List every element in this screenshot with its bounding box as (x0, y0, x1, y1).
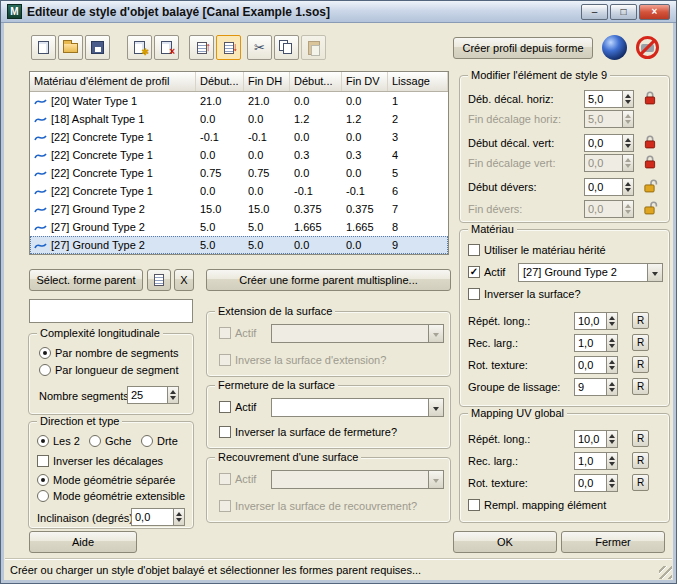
radio-extensible-geometry[interactable]: Mode géométrie extensible (37, 490, 185, 502)
spinner-field[interactable] (585, 111, 622, 127)
minimize-button[interactable]: – (581, 4, 608, 20)
spinner-field[interactable] (585, 201, 622, 217)
extension-surface-combo[interactable] (271, 324, 444, 343)
header-deb-dv[interactable]: Début... (290, 72, 342, 91)
header-fin-dv[interactable]: Fin DV (342, 72, 388, 91)
end-offset-vert-spinner[interactable] (584, 154, 634, 172)
invert-extension-checkbox[interactable]: Inverse la surface d'extension? (219, 354, 386, 366)
closure-active-checkbox[interactable]: Actif (219, 401, 256, 413)
spinner-arrows-icon[interactable] (622, 155, 633, 171)
spinner-arrows-icon[interactable] (606, 431, 617, 447)
spinner-field[interactable] (585, 155, 622, 171)
spinner-arrows-icon[interactable] (606, 357, 617, 373)
reset-uv-repeat-button[interactable]: R (632, 430, 649, 447)
save-style-button[interactable] (85, 35, 110, 60)
radio-separate-geometry[interactable]: Mode géométrie séparée (37, 474, 175, 486)
spinner-field[interactable] (132, 509, 173, 525)
closure-surface-combo[interactable] (271, 398, 444, 417)
spinner-field[interactable] (575, 453, 606, 469)
new-element-button[interactable]: ✱ (127, 35, 152, 60)
uv-repeat-long-spinner[interactable] (574, 430, 618, 448)
invert-surface-checkbox[interactable]: Inverser la surface? (468, 288, 581, 300)
reset-smoothing-group-button[interactable]: R (632, 378, 649, 395)
spinner-arrows-icon[interactable] (606, 335, 617, 351)
spinner-arrows-icon[interactable] (622, 179, 633, 195)
title-bar[interactable]: M Editeur de style d'objet balayé [Canal… (1, 1, 676, 23)
invert-offsets-checkbox[interactable]: Inverser les décalages (37, 455, 163, 467)
spinner-arrows-icon[interactable] (622, 135, 633, 151)
resize-grip[interactable] (659, 566, 672, 579)
radio-right[interactable]: Drte (141, 435, 178, 447)
spinner-arrows-icon[interactable] (606, 475, 617, 491)
spinner-field[interactable] (575, 431, 606, 447)
close-button[interactable]: × (639, 4, 670, 20)
spinner-field[interactable] (128, 387, 167, 403)
spinner-arrows-icon[interactable] (622, 91, 633, 107)
lock-open-icon[interactable] (644, 179, 658, 193)
lock-closed-icon[interactable] (644, 135, 658, 149)
header-material[interactable]: Matériau d'élément de profil (30, 72, 196, 91)
material-combo[interactable]: [27] Ground Type 2 (518, 263, 663, 282)
replace-element-mapping-checkbox[interactable]: Rempl. mapping élément (468, 499, 606, 511)
material-sphere-icon[interactable] (602, 35, 627, 60)
table-row[interactable]: [22] Concrete Type 1 0.75 0.75 0.0 0.0 5 (30, 164, 448, 182)
invert-closure-checkbox[interactable]: Inverser la surface de fermeture? (219, 426, 397, 438)
overlay-surface-combo[interactable] (271, 470, 444, 489)
cut-button[interactable]: ✂ (247, 35, 272, 60)
parent-shape-name-field[interactable] (29, 299, 193, 323)
reset-rot-texture-button[interactable]: R (632, 356, 649, 373)
table-row[interactable]: [20] Water Type 1 21.0 21.0 0.0 0.0 1 (30, 92, 448, 110)
spinner-arrows-icon[interactable] (622, 111, 633, 127)
move-element-up-button[interactable]: ↑ (189, 35, 214, 60)
table-row-selected[interactable]: [27] Ground Type 2 5.0 5.0 0.0 0.0 9 (30, 236, 448, 254)
spinner-field[interactable] (585, 135, 622, 151)
select-parent-shape-button[interactable]: Sélect. forme parent (29, 269, 143, 291)
radio-left[interactable]: Gche (89, 435, 131, 447)
table-row[interactable]: [22] Concrete Type 1 0.0 0.0 0.3 0.3 4 (30, 146, 448, 164)
smoothing-group-spinner[interactable] (574, 378, 618, 396)
start-offset-vert-spinner[interactable] (584, 134, 634, 152)
use-inherited-material-checkbox[interactable]: Utiliser le matériau hérité (468, 244, 606, 256)
table-row[interactable]: [22] Concrete Type 1 -0.1 -0.1 0.0 0.0 3 (30, 128, 448, 146)
inclination-spinner[interactable] (131, 508, 185, 526)
delete-element-button[interactable]: × (154, 35, 179, 60)
chevron-down-icon[interactable] (428, 325, 443, 342)
spinner-field[interactable] (575, 475, 606, 491)
ok-button[interactable]: OK (453, 531, 557, 553)
reset-rec-width-button[interactable]: R (632, 334, 649, 351)
radio-by-segment-count[interactable]: Par nombre de segments (39, 347, 179, 359)
reset-uv-rec-width-button[interactable]: R (632, 452, 649, 469)
spinner-field[interactable] (575, 379, 606, 395)
rec-width-spinner[interactable] (574, 334, 618, 352)
help-button[interactable]: Aide (29, 531, 137, 553)
table-row[interactable]: [27] Ground Type 2 15.0 15.0 0.375 0.375… (30, 200, 448, 218)
reset-repeat-long-button[interactable]: R (632, 312, 649, 329)
repeat-long-spinner[interactable] (574, 312, 618, 330)
paste-button[interactable] (301, 35, 326, 60)
start-offset-horiz-spinner[interactable] (584, 90, 634, 108)
header-lissage[interactable]: Lissage (388, 72, 448, 91)
segment-count-spinner[interactable] (127, 386, 179, 404)
move-element-down-button[interactable]: ↓ (216, 35, 241, 60)
chevron-down-icon[interactable] (647, 264, 662, 281)
spinner-field[interactable] (575, 313, 606, 329)
table-row[interactable]: [27] Ground Type 2 5.0 5.0 1.665 1.665 8 (30, 218, 448, 236)
end-camber-spinner[interactable] (584, 200, 634, 218)
spinner-arrows-icon[interactable] (173, 509, 184, 525)
lock-closed-icon[interactable] (644, 91, 658, 105)
radio-both[interactable]: Les 2 (37, 435, 80, 447)
material-active-checkbox[interactable]: Actif (468, 266, 505, 278)
lock-closed-icon[interactable] (644, 155, 658, 169)
spinner-arrows-icon[interactable] (606, 453, 617, 469)
chevron-down-icon[interactable] (428, 471, 443, 488)
table-row[interactable]: [18] Asphalt Type 1 0.0 0.0 1.2 1.2 2 (30, 110, 448, 128)
header-deb-dh[interactable]: Début... (196, 72, 244, 91)
profile-elements-table[interactable]: Matériau d'élément de profil Début... Fi… (29, 71, 449, 255)
header-fin-dh[interactable]: Fin DH (244, 72, 290, 91)
spinner-field[interactable] (575, 335, 606, 351)
maximize-button[interactable]: □ (610, 4, 637, 20)
new-style-button[interactable] (31, 35, 56, 60)
create-multispline-parent-button[interactable]: Créer une forme parent multispline... (206, 269, 451, 291)
extension-active-checkbox[interactable]: Actif (219, 327, 256, 339)
spinner-field[interactable] (585, 91, 622, 107)
